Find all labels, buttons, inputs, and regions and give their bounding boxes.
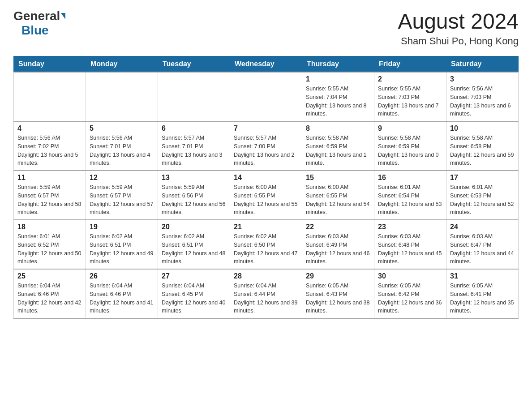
day-number: 16 xyxy=(378,174,442,182)
calendar-cell: 28Sunrise: 6:04 AM Sunset: 6:44 PM Dayli… xyxy=(230,269,302,318)
calendar-cell: 15Sunrise: 6:00 AM Sunset: 6:55 PM Dayli… xyxy=(302,171,374,220)
calendar-cell: 17Sunrise: 6:01 AM Sunset: 6:53 PM Dayli… xyxy=(446,171,519,220)
day-number: 27 xyxy=(162,272,226,280)
day-info: Sunrise: 6:02 AM Sunset: 6:51 PM Dayligh… xyxy=(162,233,225,265)
calendar-week-row: 18Sunrise: 6:01 AM Sunset: 6:52 PM Dayli… xyxy=(14,220,519,269)
day-info: Sunrise: 6:03 AM Sunset: 6:49 PM Dayligh… xyxy=(306,233,369,265)
calendar-cell: 25Sunrise: 6:04 AM Sunset: 6:46 PM Dayli… xyxy=(14,269,86,318)
day-number: 9 xyxy=(378,124,442,133)
calendar-cell: 22Sunrise: 6:03 AM Sunset: 6:49 PM Dayli… xyxy=(302,220,374,269)
day-number: 31 xyxy=(450,272,515,280)
day-number: 5 xyxy=(90,124,154,133)
column-header-friday: Friday xyxy=(374,56,446,73)
calendar-cell: 10Sunrise: 5:58 AM Sunset: 6:58 PM Dayli… xyxy=(446,121,519,171)
logo-blue-text: Blue xyxy=(21,23,49,38)
day-info: Sunrise: 5:57 AM Sunset: 7:00 PM Dayligh… xyxy=(234,135,295,166)
column-header-thursday: Thursday xyxy=(302,56,374,73)
day-number: 6 xyxy=(162,124,226,133)
calendar-cell: 7Sunrise: 5:57 AM Sunset: 7:00 PM Daylig… xyxy=(230,121,302,171)
calendar-table: SundayMondayTuesdayWednesdayThursdayFrid… xyxy=(13,56,519,319)
day-info: Sunrise: 5:58 AM Sunset: 6:59 PM Dayligh… xyxy=(378,135,439,166)
day-number: 24 xyxy=(450,223,515,231)
calendar-week-row: 1Sunrise: 5:55 AM Sunset: 7:04 PM Daylig… xyxy=(14,72,519,121)
calendar-week-row: 25Sunrise: 6:04 AM Sunset: 6:46 PM Dayli… xyxy=(14,269,519,318)
day-number: 7 xyxy=(234,124,298,133)
day-info: Sunrise: 6:02 AM Sunset: 6:51 PM Dayligh… xyxy=(90,233,153,265)
calendar-cell: 31Sunrise: 6:05 AM Sunset: 6:41 PM Dayli… xyxy=(446,269,519,318)
day-info: Sunrise: 5:58 AM Sunset: 6:58 PM Dayligh… xyxy=(450,135,514,166)
day-info: Sunrise: 6:00 AM Sunset: 6:55 PM Dayligh… xyxy=(234,184,297,215)
day-number: 11 xyxy=(17,174,82,182)
column-header-tuesday: Tuesday xyxy=(158,56,230,73)
calendar-cell: 26Sunrise: 6:04 AM Sunset: 6:46 PM Dayli… xyxy=(86,269,158,318)
day-info: Sunrise: 6:00 AM Sunset: 6:55 PM Dayligh… xyxy=(306,184,369,215)
day-number: 3 xyxy=(450,75,515,83)
day-number: 30 xyxy=(378,272,442,280)
day-number: 19 xyxy=(90,223,154,231)
calendar-cell: 27Sunrise: 6:04 AM Sunset: 6:45 PM Dayli… xyxy=(158,269,230,318)
day-info: Sunrise: 6:01 AM Sunset: 6:52 PM Dayligh… xyxy=(17,233,81,265)
calendar-cell: 14Sunrise: 6:00 AM Sunset: 6:55 PM Dayli… xyxy=(230,171,302,220)
day-number: 12 xyxy=(90,174,154,182)
day-number: 14 xyxy=(234,174,298,182)
day-info: Sunrise: 5:59 AM Sunset: 6:57 PM Dayligh… xyxy=(17,184,81,215)
day-info: Sunrise: 6:05 AM Sunset: 6:42 PM Dayligh… xyxy=(378,283,442,314)
day-info: Sunrise: 6:03 AM Sunset: 6:48 PM Dayligh… xyxy=(378,233,442,265)
day-info: Sunrise: 6:01 AM Sunset: 6:53 PM Dayligh… xyxy=(450,184,514,215)
day-info: Sunrise: 6:05 AM Sunset: 6:41 PM Dayligh… xyxy=(450,283,514,314)
calendar-cell: 24Sunrise: 6:03 AM Sunset: 6:47 PM Dayli… xyxy=(446,220,519,269)
day-number: 28 xyxy=(234,272,298,280)
day-info: Sunrise: 5:55 AM Sunset: 7:04 PM Dayligh… xyxy=(306,86,367,117)
day-info: Sunrise: 5:56 AM Sunset: 7:02 PM Dayligh… xyxy=(17,135,78,166)
day-number: 21 xyxy=(234,223,298,231)
day-number: 10 xyxy=(450,124,515,133)
location-subtitle: Sham Shui Po, Hong Kong xyxy=(398,35,519,47)
day-info: Sunrise: 6:04 AM Sunset: 6:44 PM Dayligh… xyxy=(234,283,297,314)
day-number: 29 xyxy=(306,272,370,280)
column-header-sunday: Sunday xyxy=(14,56,86,73)
day-info: Sunrise: 5:58 AM Sunset: 6:59 PM Dayligh… xyxy=(306,135,367,166)
calendar-header-row: SundayMondayTuesdayWednesdayThursdayFrid… xyxy=(14,56,519,73)
calendar-cell: 5Sunrise: 5:56 AM Sunset: 7:01 PM Daylig… xyxy=(86,121,158,171)
calendar-cell xyxy=(230,72,302,121)
page-header: General Blue August 2024 Sham Shui Po, H… xyxy=(13,9,519,47)
logo: General Blue xyxy=(13,9,65,38)
day-info: Sunrise: 6:03 AM Sunset: 6:47 PM Dayligh… xyxy=(450,233,514,265)
column-header-monday: Monday xyxy=(86,56,158,73)
calendar-cell: 1Sunrise: 5:55 AM Sunset: 7:04 PM Daylig… xyxy=(302,72,374,121)
calendar-cell: 11Sunrise: 5:59 AM Sunset: 6:57 PM Dayli… xyxy=(14,171,86,220)
calendar-cell: 2Sunrise: 5:55 AM Sunset: 7:03 PM Daylig… xyxy=(374,72,446,121)
calendar-cell xyxy=(158,72,230,121)
day-info: Sunrise: 5:56 AM Sunset: 7:01 PM Dayligh… xyxy=(90,135,150,166)
calendar-week-row: 11Sunrise: 5:59 AM Sunset: 6:57 PM Dayli… xyxy=(14,171,519,220)
column-header-wednesday: Wednesday xyxy=(230,56,302,73)
day-info: Sunrise: 6:05 AM Sunset: 6:43 PM Dayligh… xyxy=(306,283,369,314)
calendar-cell: 19Sunrise: 6:02 AM Sunset: 6:51 PM Dayli… xyxy=(86,220,158,269)
day-number: 8 xyxy=(306,124,370,133)
day-number: 15 xyxy=(306,174,370,182)
day-number: 13 xyxy=(162,174,226,182)
day-number: 18 xyxy=(17,223,82,231)
day-number: 26 xyxy=(90,272,154,280)
month-year-title: August 2024 xyxy=(398,9,519,34)
calendar-cell: 21Sunrise: 6:02 AM Sunset: 6:50 PM Dayli… xyxy=(230,220,302,269)
day-info: Sunrise: 6:01 AM Sunset: 6:54 PM Dayligh… xyxy=(378,184,442,215)
calendar-cell xyxy=(14,72,86,121)
calendar-cell: 4Sunrise: 5:56 AM Sunset: 7:02 PM Daylig… xyxy=(14,121,86,171)
calendar-cell: 29Sunrise: 6:05 AM Sunset: 6:43 PM Dayli… xyxy=(302,269,374,318)
calendar-week-row: 4Sunrise: 5:56 AM Sunset: 7:02 PM Daylig… xyxy=(14,121,519,171)
day-number: 17 xyxy=(450,174,515,182)
day-info: Sunrise: 5:55 AM Sunset: 7:03 PM Dayligh… xyxy=(378,86,439,117)
day-info: Sunrise: 5:59 AM Sunset: 6:56 PM Dayligh… xyxy=(162,184,225,215)
calendar-cell: 20Sunrise: 6:02 AM Sunset: 6:51 PM Dayli… xyxy=(158,220,230,269)
calendar-cell: 8Sunrise: 5:58 AM Sunset: 6:59 PM Daylig… xyxy=(302,121,374,171)
day-number: 20 xyxy=(162,223,226,231)
calendar-cell: 6Sunrise: 5:57 AM Sunset: 7:01 PM Daylig… xyxy=(158,121,230,171)
calendar-cell: 16Sunrise: 6:01 AM Sunset: 6:54 PM Dayli… xyxy=(374,171,446,220)
calendar-cell: 23Sunrise: 6:03 AM Sunset: 6:48 PM Dayli… xyxy=(374,220,446,269)
day-info: Sunrise: 6:02 AM Sunset: 6:50 PM Dayligh… xyxy=(234,233,297,265)
day-number: 4 xyxy=(17,124,82,133)
calendar-cell xyxy=(86,72,158,121)
day-info: Sunrise: 6:04 AM Sunset: 6:45 PM Dayligh… xyxy=(162,283,225,314)
calendar-cell: 13Sunrise: 5:59 AM Sunset: 6:56 PM Dayli… xyxy=(158,171,230,220)
